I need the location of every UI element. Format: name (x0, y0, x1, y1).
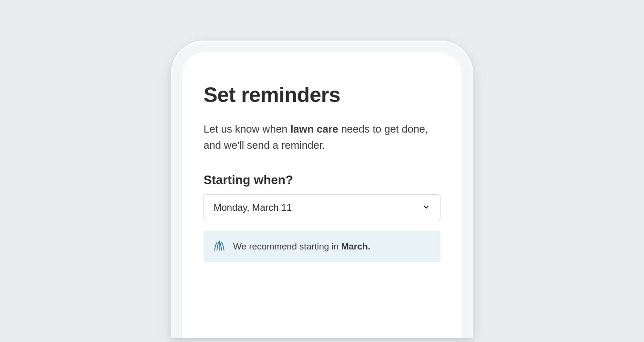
start-date-value: Monday, March 11 (214, 202, 292, 213)
screen-content: Set reminders Let us know when lawn care… (182, 52, 462, 338)
chevron-down-icon (422, 203, 430, 213)
device-frame: Set reminders Let us know when lawn care… (171, 41, 473, 338)
starting-when-label: Starting when? (204, 173, 440, 187)
subtitle-prefix: Let us know when (204, 123, 290, 135)
recommendation-text: We recommend starting in March. (233, 241, 370, 252)
start-date-select[interactable]: Monday, March 11 (204, 194, 440, 221)
page-title: Set reminders (204, 83, 440, 107)
subtitle-bold: lawn care (290, 123, 338, 135)
tip-prefix: We recommend starting in (233, 241, 341, 251)
grass-icon (213, 239, 225, 254)
tip-bold: March. (341, 241, 370, 251)
subtitle-text: Let us know when lawn care needs to get … (204, 121, 440, 154)
recommendation-tip: We recommend starting in March. (204, 231, 440, 262)
